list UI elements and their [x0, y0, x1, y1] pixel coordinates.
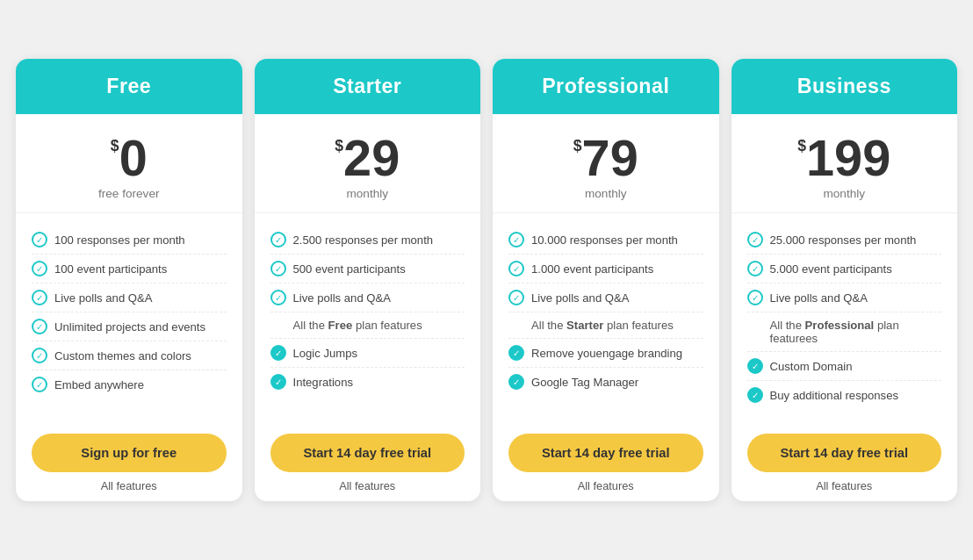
all-features-link-starter[interactable]: All features: [339, 479, 395, 492]
pricing-container: Free$0free forever✓100 responses per mon…: [0, 41, 973, 520]
plan-price-period-free: free forever: [25, 187, 234, 200]
feature-text-business-1: 5.000 event participants: [770, 262, 892, 276]
feature-item-professional-1: ✓1.000 event participants: [508, 255, 703, 284]
feature-item-professional-3: All the Starter plan features: [508, 312, 703, 339]
feature-text-professional-5: Google Tag Manager: [531, 376, 638, 389]
feature-text-free-3: Unlimited projects and events: [54, 320, 205, 334]
feature-text-starter-4: Logic Jumps: [293, 347, 358, 360]
feature-check-icon-free-2: ✓: [32, 290, 47, 305]
plan-header-starter: Starter: [255, 59, 481, 114]
feature-text-professional-4: Remove youengage branding: [531, 347, 682, 360]
plan-price-dollar-free: $: [111, 139, 119, 154]
feature-text-business-4: Custom Domain: [770, 360, 853, 373]
all-features-link-free[interactable]: All features: [101, 479, 157, 492]
plan-price-amount-free: 0: [119, 133, 148, 184]
feature-check-icon-business-1: ✓: [747, 261, 763, 276]
feature-item-business-0: ✓25.000 responses per month: [747, 226, 942, 255]
cta-button-business[interactable]: Start 14 day free trial: [747, 434, 942, 472]
feature-item-free-0: ✓100 responses per month: [32, 226, 227, 255]
feature-check-icon-professional-1: ✓: [508, 261, 524, 276]
feature-check-icon-free-1: ✓: [32, 261, 47, 276]
feature-check-icon-professional-2: ✓: [508, 290, 524, 305]
feature-text-business-0: 25.000 responses per month: [770, 233, 917, 247]
feature-item-starter-2: ✓Live polls and Q&A: [270, 284, 465, 312]
feature-check-icon-business-0: ✓: [747, 232, 763, 248]
feature-text-professional-2: Live polls and Q&A: [531, 291, 630, 305]
plan-features-starter: ✓2.500 responses per month✓500 event par…: [255, 213, 481, 421]
feature-text-professional-1: 1.000 event participants: [531, 262, 653, 276]
feature-item-free-4: ✓Custom themes and colors: [32, 341, 227, 370]
feature-item-starter-3: All the Free plan features: [270, 312, 465, 339]
feature-item-professional-5: ✓Google Tag Manager: [508, 368, 703, 396]
feature-check-icon-free-5: ✓: [32, 377, 47, 392]
feature-item-starter-1: ✓500 event participants: [270, 255, 465, 284]
cta-button-starter[interactable]: Start 14 day free trial: [270, 434, 465, 472]
plan-features-professional: ✓10.000 responses per month✓1.000 event …: [493, 213, 719, 421]
feature-check-icon-professional-0: ✓: [508, 232, 524, 248]
plan-card-starter: Starter$29monthly✓2.500 responses per mo…: [255, 59, 481, 502]
feature-item-business-3: All the Professional plan featurees: [747, 312, 942, 352]
feature-text-starter-1: 500 event participants: [293, 262, 406, 276]
plan-header-professional: Professional: [493, 59, 719, 114]
feature-check-icon-starter-5: ✓: [270, 374, 286, 390]
plan-price-dollar-business: $: [797, 139, 806, 154]
feature-text-starter-0: 2.500 responses per month: [293, 233, 434, 247]
feature-check-icon-free-0: ✓: [32, 232, 47, 248]
plan-price-dollar-starter: $: [335, 139, 343, 154]
plan-price-amount-starter: 29: [343, 133, 400, 184]
plan-card-business: Business$199monthly✓25.000 responses per…: [732, 59, 958, 502]
feature-item-professional-4: ✓Remove youengage branding: [508, 339, 703, 368]
feature-item-business-5: ✓Buy additional responses: [747, 381, 942, 409]
plan-card-professional: Professional$79monthly✓10.000 responses …: [493, 59, 719, 502]
plan-cta-area-business: Start 14 day free trialAll features: [732, 421, 958, 501]
plan-cta-area-free: Sign up for freeAll features: [16, 421, 242, 501]
plan-price-area-starter: $29monthly: [255, 114, 481, 214]
feature-text-free-4: Custom themes and colors: [54, 349, 191, 363]
feature-text-starter-2: Live polls and Q&A: [293, 291, 392, 305]
plan-price-dollar-professional: $: [573, 139, 582, 154]
feature-check-icon-free-3: ✓: [32, 319, 47, 334]
all-features-link-professional[interactable]: All features: [578, 479, 634, 492]
all-features-link-business[interactable]: All features: [816, 479, 872, 492]
plan-features-business: ✓25.000 responses per month✓5.000 event …: [732, 213, 958, 421]
feature-text-plain-business-3: All the Professional plan featurees: [770, 319, 942, 345]
plan-features-free: ✓100 responses per month✓100 event parti…: [16, 213, 242, 421]
feature-item-free-5: ✓Embed anywhere: [32, 370, 227, 398]
plan-header-free: Free: [16, 59, 242, 114]
feature-check-icon-free-4: ✓: [32, 348, 47, 363]
plan-card-free: Free$0free forever✓100 responses per mon…: [16, 59, 242, 502]
feature-text-free-2: Live polls and Q&A: [54, 291, 153, 305]
plan-price-area-free: $0free forever: [16, 114, 242, 214]
feature-text-free-0: 100 responses per month: [54, 233, 185, 247]
feature-item-starter-4: ✓Logic Jumps: [270, 339, 465, 368]
plan-cta-area-starter: Start 14 day free trialAll features: [255, 421, 481, 501]
feature-item-starter-0: ✓2.500 responses per month: [270, 226, 465, 255]
feature-item-professional-2: ✓Live polls and Q&A: [508, 284, 703, 312]
plan-price-area-professional: $79monthly: [493, 114, 719, 214]
feature-check-icon-business-4: ✓: [747, 358, 763, 374]
feature-check-icon-starter-2: ✓: [270, 290, 286, 305]
feature-text-starter-5: Integrations: [293, 376, 354, 389]
feature-text-free-1: 100 event participants: [54, 262, 167, 276]
feature-check-icon-professional-5: ✓: [508, 374, 524, 390]
cta-button-free[interactable]: Sign up for free: [32, 434, 227, 472]
feature-item-free-1: ✓100 event participants: [32, 255, 227, 284]
feature-text-professional-0: 10.000 responses per month: [531, 233, 678, 247]
plan-title-free: Free: [106, 75, 151, 97]
feature-text-free-5: Embed anywhere: [54, 378, 144, 391]
plan-price-period-business: monthly: [740, 187, 949, 200]
feature-text-plain-professional-3: All the Starter plan features: [531, 319, 674, 332]
plan-price-amount-professional: 79: [582, 133, 638, 184]
feature-check-icon-business-5: ✓: [747, 387, 763, 403]
plan-cta-area-professional: Start 14 day free trialAll features: [493, 421, 719, 501]
feature-text-business-2: Live polls and Q&A: [770, 291, 868, 305]
feature-item-professional-0: ✓10.000 responses per month: [508, 226, 703, 255]
feature-item-free-2: ✓Live polls and Q&A: [32, 284, 227, 312]
plan-price-period-professional: monthly: [501, 187, 710, 200]
cta-button-professional[interactable]: Start 14 day free trial: [508, 434, 703, 472]
feature-text-business-5: Buy additional responses: [770, 389, 898, 402]
feature-text-plain-starter-3: All the Free plan features: [293, 319, 422, 332]
feature-check-icon-starter-1: ✓: [270, 261, 286, 276]
plan-price-period-starter: monthly: [263, 187, 472, 200]
feature-check-icon-professional-4: ✓: [508, 345, 524, 361]
